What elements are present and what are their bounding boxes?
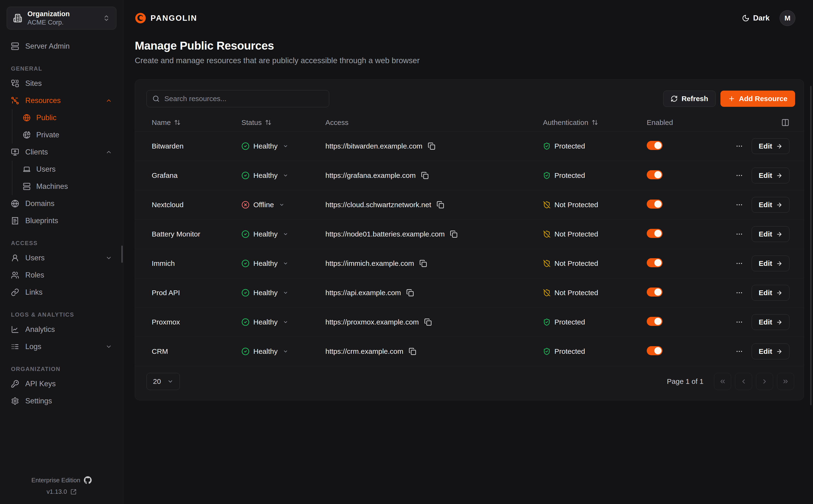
table-row: Immich Healthy https://immich.example.co…: [135, 249, 804, 278]
chevron-down-icon[interactable]: [283, 231, 288, 237]
row-menu-button[interactable]: [736, 142, 743, 150]
sidebar-item-blueprints[interactable]: Blueprints: [7, 212, 116, 229]
avatar[interactable]: M: [780, 10, 795, 26]
resource-authentication: Not Protected: [543, 230, 647, 238]
ellipsis-icon: [736, 318, 743, 326]
chevron-down-icon[interactable]: [279, 202, 284, 207]
enabled-toggle[interactable]: [647, 170, 663, 179]
next-page-button[interactable]: [756, 373, 773, 390]
sort-icon[interactable]: [265, 119, 271, 126]
chevron-down-icon[interactable]: [283, 290, 288, 295]
sidebar-item-label: Domains: [25, 199, 54, 208]
chevron-down-icon[interactable]: [283, 144, 288, 149]
row-menu-button[interactable]: [736, 289, 743, 297]
last-page-button[interactable]: [777, 373, 794, 390]
resource-access: https://grafana.example.com: [325, 171, 543, 180]
sidebar-item-server-admin[interactable]: Server Admin: [7, 38, 116, 55]
copy-url-button[interactable]: [420, 260, 427, 267]
enabled-toggle[interactable]: [647, 346, 663, 355]
org-selector[interactable]: Organization ACME Corp.: [7, 7, 116, 30]
sidebar-item-users[interactable]: Users: [7, 249, 116, 267]
sidebar-item-clients[interactable]: Clients: [7, 144, 116, 161]
copy-url-button[interactable]: [421, 172, 429, 179]
circle-check-icon: [241, 259, 249, 267]
copy-url-button[interactable]: [428, 142, 436, 150]
sort-icon[interactable]: [592, 119, 598, 126]
edit-button[interactable]: Edit: [752, 168, 789, 183]
sidebar-item-machines[interactable]: Machines: [19, 178, 116, 195]
search-box: [146, 90, 329, 107]
page-size-select[interactable]: 20: [146, 373, 180, 390]
resource-url: https://crm.example.com: [325, 347, 403, 355]
chevron-down-icon[interactable]: [283, 261, 288, 266]
search-input[interactable]: [164, 95, 323, 103]
chevron-down-icon[interactable]: [283, 349, 288, 354]
sidebar-item-label: Clients: [25, 148, 48, 156]
copy-url-button[interactable]: [437, 201, 444, 209]
theme-toggle[interactable]: Dark: [742, 14, 770, 22]
circle-x-icon: [241, 201, 249, 209]
main-scrollbar[interactable]: [810, 86, 812, 405]
resource-access: https://crm.example.com: [325, 347, 543, 355]
refresh-button[interactable]: Refresh: [663, 91, 716, 107]
sidebar-item-private[interactable]: Private: [19, 126, 116, 144]
edit-button[interactable]: Edit: [752, 226, 789, 242]
github-icon[interactable]: [84, 476, 92, 484]
add-resource-button[interactable]: Add Resource: [720, 91, 795, 107]
sidebar-item-api-keys[interactable]: API Keys: [7, 375, 116, 392]
row-menu-button[interactable]: [736, 201, 743, 209]
resource-enabled: [647, 200, 723, 210]
row-actions: Edit: [723, 226, 789, 242]
sidebar-scrollbar[interactable]: [121, 246, 123, 263]
enabled-toggle[interactable]: [647, 258, 663, 267]
add-resource-label: Add Resource: [739, 95, 787, 103]
edit-button[interactable]: Edit: [752, 256, 789, 271]
enabled-toggle[interactable]: [647, 288, 663, 297]
status-label: Healthy: [253, 259, 278, 267]
edit-button[interactable]: Edit: [752, 197, 789, 213]
row-menu-button[interactable]: [736, 230, 743, 238]
sidebar-item-domains[interactable]: Domains: [7, 195, 116, 212]
copy-url-button[interactable]: [406, 289, 414, 297]
prev-page-button[interactable]: [735, 373, 752, 390]
edit-button[interactable]: Edit: [752, 314, 789, 330]
edit-button[interactable]: Edit: [752, 344, 789, 359]
row-menu-button[interactable]: [736, 260, 743, 267]
enabled-toggle[interactable]: [647, 317, 663, 326]
sidebar-item-resources[interactable]: Resources: [7, 92, 116, 109]
sidebar-item-roles[interactable]: Roles: [7, 267, 116, 284]
table-row: Grafana Healthy https://grafana.example.…: [135, 161, 804, 190]
page-subtitle: Create and manage resources that are pub…: [135, 56, 802, 65]
enabled-toggle[interactable]: [647, 200, 663, 209]
sort-icon[interactable]: [174, 119, 181, 126]
page-title: Manage Public Resources: [135, 39, 802, 52]
copy-url-button[interactable]: [409, 348, 416, 355]
row-menu-button[interactable]: [736, 172, 743, 179]
chevron-down-icon[interactable]: [283, 173, 288, 178]
sidebar-item-analytics[interactable]: Analytics: [7, 321, 116, 338]
edit-button[interactable]: Edit: [752, 138, 789, 154]
columns-toggle-icon[interactable]: [781, 118, 789, 127]
sidebar-item-links[interactable]: Links: [7, 284, 116, 301]
sidebar-item-settings[interactable]: Settings: [7, 392, 116, 410]
card-footer: 20 Page 1 of 1: [135, 366, 804, 400]
row-menu-button[interactable]: [736, 348, 743, 355]
sidebar-item-sites[interactable]: Sites: [7, 75, 116, 92]
chevrons-right-icon: [782, 378, 789, 385]
copy-url-button[interactable]: [424, 318, 432, 326]
external-link-icon[interactable]: [70, 489, 77, 495]
edit-button[interactable]: Edit: [752, 285, 789, 301]
sidebar-item-logs[interactable]: Logs: [7, 338, 116, 355]
row-menu-button[interactable]: [736, 318, 743, 326]
chevron-down-icon[interactable]: [283, 319, 288, 325]
sidebar-item-label: Users: [25, 254, 45, 262]
first-page-button[interactable]: [714, 373, 731, 390]
enabled-toggle[interactable]: [647, 141, 663, 150]
sidebar-item-public[interactable]: Public: [19, 109, 116, 126]
copy-url-button[interactable]: [450, 230, 458, 238]
resources-card: Refresh Add Resource Name Status Access: [135, 79, 804, 400]
brand[interactable]: PANGOLIN: [135, 12, 197, 24]
enabled-toggle[interactable]: [647, 229, 663, 238]
arrow-right-icon: [776, 143, 782, 149]
sidebar-item-client-users[interactable]: Users: [19, 161, 116, 178]
